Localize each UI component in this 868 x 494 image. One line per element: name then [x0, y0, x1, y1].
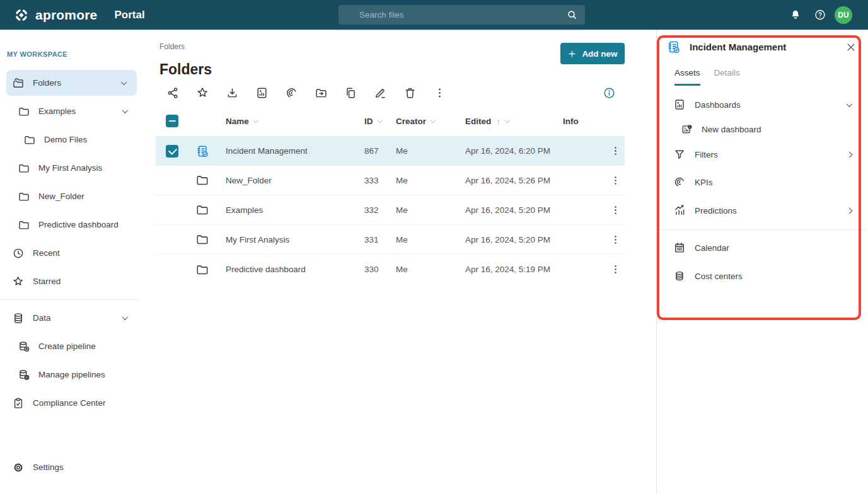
row-menu-button[interactable] [607, 143, 623, 159]
folder-open-icon [12, 77, 25, 89]
move-to-folder-button[interactable] [306, 84, 336, 101]
avatar[interactable]: DU [835, 6, 852, 24]
panel-tabs: Assets Details [674, 68, 740, 86]
chevron-down-icon[interactable] [121, 79, 127, 85]
panel-item-dashboards[interactable]: Dashboards [657, 92, 868, 117]
delete-button[interactable] [395, 84, 425, 101]
panel-item-new-dashboard[interactable]: New dashboard [657, 117, 868, 142]
column-header-creator[interactable]: Creator [396, 117, 465, 126]
trash-icon [403, 86, 417, 100]
chevron-down-icon[interactable] [847, 101, 853, 107]
panel-item-predictions[interactable]: Predictions [657, 198, 868, 223]
sort-chevron-icon [377, 118, 382, 123]
more-actions-button[interactable] [425, 84, 454, 101]
close-panel-button[interactable] [844, 40, 858, 54]
dashboard-icon [255, 86, 269, 100]
kpi-button[interactable] [277, 84, 306, 101]
help-button[interactable] [810, 5, 830, 25]
table-row[interactable]: Incident Management 867 Me Apr 16, 2024,… [156, 136, 625, 166]
sidebar-item-starred[interactable]: Starred [0, 267, 138, 296]
notifications-button[interactable] [785, 5, 806, 25]
sidebar-item-compliance-center[interactable]: Compliance Center [0, 389, 138, 417]
column-header-edited[interactable]: Edited↑ [465, 117, 563, 126]
sort-chevron-icon [505, 118, 510, 123]
chevron-down-icon[interactable] [122, 314, 129, 320]
tab-details[interactable]: Details [714, 68, 740, 86]
folder-icon [195, 203, 209, 217]
kebab-icon [433, 86, 446, 100]
folder-icon [23, 134, 36, 146]
folder-icon [18, 219, 30, 231]
column-header-info: Info [563, 117, 605, 126]
row-checkbox[interactable] [166, 145, 178, 158]
row-menu-button[interactable] [607, 172, 623, 188]
breadcrumb[interactable]: Folders [159, 42, 185, 51]
sidebar-item-demo-files[interactable]: Demo Files [0, 125, 138, 154]
column-header-id[interactable]: ID [364, 117, 396, 126]
row-menu-button[interactable] [607, 202, 623, 218]
sidebar-item-create-pipeline[interactable]: Create pipeline [0, 332, 138, 360]
kebab-icon [610, 263, 622, 275]
edit-button[interactable] [366, 84, 395, 101]
chevron-right-icon[interactable] [847, 151, 853, 158]
column-header-name[interactable]: Name [226, 117, 364, 126]
star-icon [196, 86, 209, 100]
sidebar-item-examples[interactable]: Examples [0, 97, 138, 125]
copy-icon [344, 86, 357, 100]
table-row[interactable]: New_Folder 333 Me Apr 16, 2024, 5:26 PM [156, 166, 625, 195]
sidebar: MY WORKSPACE Folders Examples Demo Files… [0, 30, 138, 494]
panel-item-calendar[interactable]: Calendar [657, 235, 868, 260]
table-header-row: Name ID Creator Edited↑ Info [156, 112, 625, 130]
search-input[interactable] [339, 10, 558, 20]
help-icon [814, 8, 826, 21]
sidebar-item-folders[interactable]: Folders [6, 70, 137, 96]
search-box[interactable] [339, 5, 585, 25]
database-gear-icon [18, 369, 30, 381]
gauge-icon [673, 176, 686, 188]
brand[interactable]: apromore Portal [13, 0, 145, 30]
table-row[interactable]: Examples 332 Me Apr 16, 2024, 5:20 PM [156, 195, 625, 225]
select-all-checkbox[interactable] [166, 115, 178, 127]
search-button[interactable] [558, 5, 585, 25]
table-body: Incident Management 867 Me Apr 16, 2024,… [156, 136, 625, 284]
star-button[interactable] [188, 84, 217, 101]
clock-icon [12, 247, 25, 260]
log-icon [666, 40, 681, 54]
sidebar-item-data[interactable]: Data [0, 304, 138, 332]
database-icon [12, 312, 25, 325]
sidebar-item-new-folder[interactable]: New_Folder [0, 182, 138, 210]
folder-icon [18, 190, 30, 203]
panel-item-cost-centers[interactable]: Cost centers [657, 263, 868, 289]
table-row[interactable]: Predictive dashboard 330 Me Apr 16, 2024… [156, 255, 625, 284]
clipboard-check-icon [12, 397, 25, 410]
info-button[interactable] [601, 84, 617, 101]
row-menu-button[interactable] [607, 231, 623, 248]
search-icon [566, 9, 578, 21]
chevron-down-icon[interactable] [122, 107, 129, 113]
folder-icon [195, 233, 209, 246]
sidebar-item-settings[interactable]: Settings [0, 453, 138, 481]
sidebar-item-my-first-analysis[interactable]: My First Analysis [0, 154, 138, 182]
table-row[interactable]: My First Analysis 331 Me Apr 16, 2024, 5… [156, 225, 625, 255]
copy-button[interactable] [336, 84, 366, 101]
main-content: Folders Folders Add new Name ID C [138, 30, 656, 494]
dashboard-button[interactable] [247, 84, 277, 101]
panel-item-kpis[interactable]: KPIs [657, 169, 868, 195]
panel-item-filters[interactable]: Filters [657, 142, 868, 167]
database-plus-icon [18, 340, 30, 353]
add-new-button[interactable]: Add new [560, 43, 625, 64]
folder-icon [195, 263, 209, 277]
share-button[interactable] [158, 84, 188, 101]
sidebar-item-manage-pipelines[interactable]: Manage pipelines [0, 360, 138, 389]
brand-name: apromore [35, 8, 97, 23]
sidebar-item-recent[interactable]: Recent [0, 239, 138, 267]
sidebar-item-predictive-dashboard[interactable]: Predictive dashboard [0, 210, 138, 239]
folder-icon [195, 263, 209, 277]
row-menu-button[interactable] [607, 261, 623, 278]
tab-assets[interactable]: Assets [674, 68, 700, 86]
files-table: Name ID Creator Edited↑ Info Incident Ma… [156, 112, 625, 284]
chevron-right-icon[interactable] [847, 207, 853, 214]
share-icon [166, 86, 180, 100]
download-button[interactable] [217, 84, 247, 101]
sort-chevron-icon [431, 118, 436, 123]
